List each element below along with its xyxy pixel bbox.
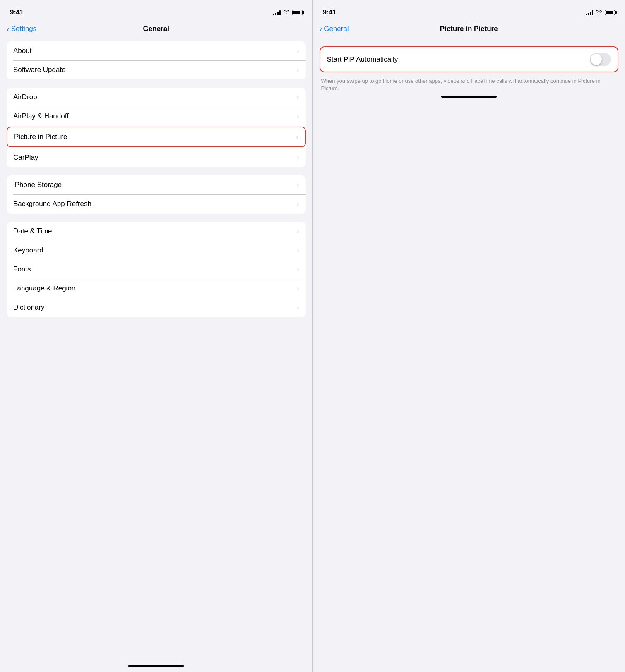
chevron-icon: ›	[297, 285, 299, 292]
pip-toggle-wrapper: Start PiP Automatically	[320, 46, 619, 72]
left-panel: 9:41 ‹	[0, 0, 312, 672]
picture-in-picture-label: Picture in Picture	[14, 133, 67, 141]
status-icons-right	[586, 9, 615, 16]
status-time-right: 9:41	[323, 8, 337, 17]
signal-icon	[273, 10, 281, 15]
settings-row-keyboard[interactable]: Keyboard ›	[7, 241, 306, 260]
chevron-icon: ›	[297, 66, 299, 74]
nav-header-right: ‹ General Picture in Picture	[313, 22, 625, 38]
settings-row-language-region[interactable]: Language & Region ›	[7, 279, 306, 298]
chevron-icon: ›	[297, 113, 299, 120]
picture-in-picture-highlight: Picture in Picture ›	[7, 127, 306, 147]
pip-content: Start PiP Automatically When you swipe u…	[313, 38, 625, 92]
chevron-icon: ›	[297, 228, 299, 235]
back-label-left: Settings	[11, 25, 36, 33]
toggle-thumb	[591, 54, 602, 65]
status-time-left: 9:41	[10, 8, 24, 17]
settings-list: About › Software Update › AirDrop ›	[0, 38, 312, 662]
signal-icon-right	[586, 10, 593, 15]
chevron-icon: ›	[297, 200, 299, 208]
right-panel: 9:41 ‹	[312, 0, 625, 672]
pip-toggle-label: Start PiP Automatically	[327, 55, 398, 64]
dictionary-label: Dictionary	[13, 303, 45, 312]
settings-row-picture-in-picture[interactable]: Picture in Picture ›	[7, 127, 305, 146]
chevron-icon: ›	[296, 133, 298, 141]
chevron-icon: ›	[297, 247, 299, 254]
background-app-refresh-label: Background App Refresh	[13, 200, 91, 208]
wifi-icon	[283, 9, 290, 16]
settings-group-3: iPhone Storage › Background App Refresh …	[7, 175, 306, 214]
nav-title-right: Picture in Picture	[440, 25, 498, 33]
pip-description: When you swipe up to go Home or use othe…	[320, 77, 619, 92]
settings-row-airdrop[interactable]: AirDrop ›	[7, 88, 306, 107]
home-indicator-left	[128, 665, 184, 667]
chevron-icon: ›	[297, 181, 299, 189]
settings-row-fonts[interactable]: Fonts ›	[7, 260, 306, 279]
wifi-icon-right	[596, 9, 602, 16]
settings-group-4: Date & Time › Keyboard › Fonts › Languag…	[7, 222, 306, 317]
nav-title-left: General	[143, 25, 169, 33]
status-bar-right: 9:41	[313, 0, 625, 22]
airdrop-label: AirDrop	[13, 93, 37, 101]
iphone-storage-label: iPhone Storage	[13, 181, 62, 189]
status-bar-left: 9:41	[0, 0, 312, 22]
home-indicator-right	[441, 96, 497, 98]
settings-row-iphone-storage[interactable]: iPhone Storage ›	[7, 175, 306, 194]
settings-row-carplay[interactable]: CarPlay ›	[7, 148, 306, 167]
pip-toggle-row[interactable]: Start PiP Automatically	[320, 47, 618, 72]
settings-group-1: About › Software Update ›	[7, 41, 306, 79]
keyboard-label: Keyboard	[13, 246, 43, 254]
airplay-handoff-label: AirPlay & Handoff	[13, 112, 69, 120]
carplay-label: CarPlay	[13, 154, 38, 162]
back-chevron-icon: ‹	[7, 25, 10, 33]
language-region-label: Language & Region	[13, 284, 75, 293]
settings-group-2: AirDrop › AirPlay & Handoff › Picture in…	[7, 88, 306, 167]
status-icons-left	[273, 9, 303, 16]
date-time-label: Date & Time	[13, 227, 52, 235]
nav-header-left: ‹ Settings General	[0, 22, 312, 38]
settings-row-airplay-handoff[interactable]: AirPlay & Handoff ›	[7, 107, 306, 126]
settings-row-about[interactable]: About ›	[7, 41, 306, 60]
chevron-icon: ›	[297, 304, 299, 311]
back-button-right[interactable]: ‹ General	[320, 25, 349, 33]
back-chevron-icon-right: ‹	[320, 25, 322, 33]
chevron-icon: ›	[297, 94, 299, 101]
battery-icon	[292, 10, 303, 15]
pip-toggle-switch[interactable]	[590, 53, 611, 66]
battery-icon-right	[605, 10, 615, 15]
chevron-icon: ›	[297, 266, 299, 273]
settings-row-software-update[interactable]: Software Update ›	[7, 60, 306, 79]
software-update-label: Software Update	[13, 66, 66, 74]
back-label-right: General	[324, 25, 349, 33]
back-button-left[interactable]: ‹ Settings	[7, 25, 36, 33]
settings-row-date-time[interactable]: Date & Time ›	[7, 222, 306, 241]
settings-row-dictionary[interactable]: Dictionary ›	[7, 298, 306, 317]
settings-row-background-app-refresh[interactable]: Background App Refresh ›	[7, 194, 306, 214]
fonts-label: Fonts	[13, 265, 31, 274]
chevron-icon: ›	[297, 154, 299, 161]
about-label: About	[13, 47, 31, 55]
chevron-icon: ›	[297, 47, 299, 55]
